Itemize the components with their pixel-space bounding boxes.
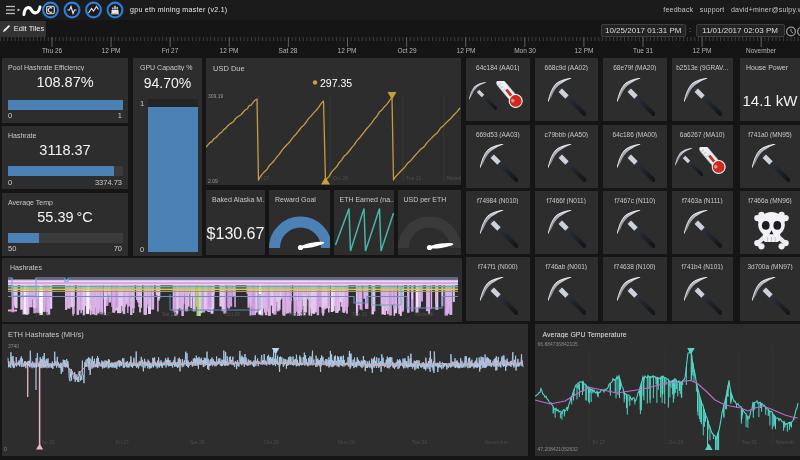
svg-text:hu 26: hu 26 bbox=[36, 311, 49, 317]
svg-text:Oct 29: Oct 29 bbox=[333, 175, 348, 181]
svg-text:Novemb: Novemb bbox=[775, 439, 794, 445]
svg-text:Sat 28: Sat 28 bbox=[162, 311, 177, 317]
svg-text:Tue 31: Tue 31 bbox=[352, 311, 368, 317]
svg-text:Tue 31: Tue 31 bbox=[406, 175, 422, 181]
svg-text:Oct 29: Oct 29 bbox=[225, 311, 240, 317]
svg-text:Mon 30: Mon 30 bbox=[289, 311, 306, 317]
svg-text:i 27: i 27 bbox=[261, 175, 269, 181]
svg-text:Oct 29: Oct 29 bbox=[264, 439, 279, 445]
svg-text:Fri 27: Fri 27 bbox=[99, 311, 112, 317]
svg-text:Tue 31: Tue 31 bbox=[741, 439, 757, 445]
svg-text:Mon 30: Mon 30 bbox=[338, 439, 355, 445]
svg-text:November: November bbox=[485, 439, 508, 445]
svg-text:Fri 27: Fri 27 bbox=[592, 439, 605, 445]
svg-text:Sat 28: Sat 28 bbox=[190, 439, 205, 445]
svg-text:Novemb: Novemb bbox=[415, 311, 434, 317]
svg-text:Tue 31: Tue 31 bbox=[412, 439, 428, 445]
svg-text:Oct 29: Oct 29 bbox=[668, 439, 683, 445]
svg-text:hu 26: hu 26 bbox=[42, 439, 55, 445]
svg-text:Novemb: Novemb bbox=[447, 175, 461, 181]
svg-text:Fri 27: Fri 27 bbox=[116, 439, 129, 445]
